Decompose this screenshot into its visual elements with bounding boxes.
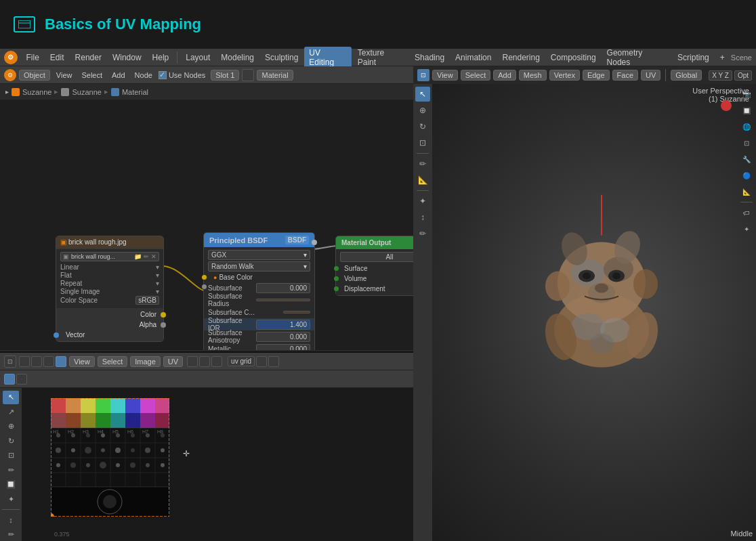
image-node-header: ▣ brick wall rough.jpg bbox=[56, 236, 163, 248]
menu-file[interactable]: File bbox=[22, 51, 44, 64]
uv-image-btn[interactable]: Image bbox=[130, 356, 161, 367]
workspace-compositing[interactable]: Compositing bbox=[546, 51, 601, 64]
menu-render[interactable]: Render bbox=[70, 51, 106, 64]
uv-icon-separator bbox=[2, 509, 20, 510]
uv-grid-btn[interactable] bbox=[256, 356, 267, 367]
svg-point-41 bbox=[86, 463, 90, 467]
uv-move-tool[interactable]: ⊕ bbox=[3, 420, 19, 433]
uv-box-tool[interactable]: 🔲 bbox=[3, 478, 19, 492]
vp-move-tool[interactable]: ⊕ bbox=[415, 103, 430, 118]
node-object-btn[interactable]: Object bbox=[19, 70, 50, 81]
surface-label: Surface bbox=[344, 265, 367, 272]
vp-material-icon[interactable]: 🔵 bbox=[739, 168, 754, 183]
vp-annotate-tool[interactable]: ✏ bbox=[415, 156, 430, 171]
uv-zoom-in-tool[interactable]: ↕ bbox=[3, 513, 19, 527]
uv-select-btn[interactable]: Select bbox=[98, 356, 128, 367]
vp-modifier-icon[interactable]: 🔧 bbox=[739, 152, 754, 167]
viewport-face-btn[interactable]: Face bbox=[612, 70, 638, 81]
svg-rect-13 bbox=[155, 398, 169, 413]
vp-data-icon[interactable]: 📐 bbox=[739, 184, 754, 199]
vector-socket bbox=[54, 332, 59, 338]
workspace-shading[interactable]: Shading bbox=[410, 51, 449, 64]
vp-object-props-icon[interactable]: ⊡ bbox=[739, 135, 754, 150]
vp-world-icon[interactable]: 🌐 bbox=[739, 119, 754, 134]
ggx-dropdown[interactable]: GGX ▾ bbox=[208, 250, 310, 260]
vp-camera-icon[interactable]: 📷 bbox=[739, 87, 754, 102]
viewport-view-btn[interactable]: View bbox=[432, 70, 458, 81]
vp-scene-icon[interactable]: 🏷 bbox=[739, 205, 754, 220]
color-socket bbox=[161, 312, 166, 318]
blender-logo[interactable]: ⚙ bbox=[4, 51, 18, 64]
svg-rect-10 bbox=[110, 398, 125, 413]
viewport-select-btn[interactable]: Select bbox=[461, 70, 491, 81]
uv-extra-tool[interactable]: ✦ bbox=[3, 493, 19, 506]
uv-extra-btn-1[interactable] bbox=[187, 356, 198, 367]
viewport-edge-btn[interactable]: Edge bbox=[583, 70, 610, 81]
vp-render-icon[interactable]: 🔲 bbox=[739, 103, 754, 118]
node-node-btn[interactable]: Node bbox=[131, 70, 156, 80]
vp-cursor-tool[interactable]: ↖ bbox=[415, 87, 430, 102]
uv-sec-btn-active[interactable] bbox=[4, 374, 15, 385]
workspace-sculpting[interactable]: Sculpting bbox=[260, 51, 303, 64]
uv-mode-icon[interactable]: ⊡ bbox=[4, 355, 16, 368]
viewport-mode-icon[interactable]: ⊡ bbox=[417, 69, 429, 81]
uv-uv-btn[interactable]: UV bbox=[163, 356, 183, 367]
uv-extra-btn-2[interactable] bbox=[199, 356, 210, 367]
workspace-scripting[interactable]: Scripting bbox=[673, 51, 714, 64]
image-edit-btn[interactable]: ✏ bbox=[144, 253, 149, 260]
uv-cursor-tool[interactable]: ↖ bbox=[3, 391, 19, 404]
workspace-uv-editing[interactable]: UV Editing bbox=[304, 47, 351, 68]
viewport-mesh-btn[interactable]: Mesh bbox=[519, 70, 547, 81]
workspace-animation[interactable]: Animation bbox=[450, 51, 496, 64]
uv-annotation-tool[interactable]: ✏ bbox=[3, 528, 19, 542]
uv-select-tool[interactable]: ↗ bbox=[3, 406, 19, 419]
viewport-uv-btn[interactable]: UV bbox=[641, 70, 660, 81]
uv-scale-tool[interactable]: ⊡ bbox=[3, 449, 19, 462]
slot-btn[interactable]: Slot 1 bbox=[211, 70, 239, 81]
vp-world2-icon[interactable]: ✦ bbox=[739, 221, 754, 236]
menu-edit[interactable]: Edit bbox=[45, 51, 69, 64]
menu-help[interactable]: Help bbox=[148, 51, 174, 64]
uv-mode-btn-3[interactable] bbox=[43, 356, 54, 367]
vp-rotate-tool[interactable]: ↻ bbox=[415, 119, 430, 134]
vp-scale-tool[interactable]: ⊡ bbox=[415, 135, 430, 150]
uv-mode-btn-2[interactable] bbox=[31, 356, 42, 367]
node-view-btn[interactable]: View bbox=[53, 70, 76, 80]
menu-window[interactable]: Window bbox=[108, 51, 146, 64]
svg-text:H1: H1 bbox=[53, 429, 59, 434]
vp-measure-tool[interactable]: 📐 bbox=[415, 173, 430, 188]
uv-mode-btn-1[interactable] bbox=[19, 356, 30, 367]
workspace-geometry[interactable]: Geometry Nodes bbox=[602, 47, 672, 68]
vp-custom-tool[interactable]: ↕ bbox=[415, 210, 430, 225]
image-browse-btn[interactable]: 📁 bbox=[134, 253, 142, 260]
uv-mode-btn-4[interactable] bbox=[56, 356, 66, 367]
node-select-btn[interactable]: Select bbox=[78, 70, 106, 80]
viewport-add-btn[interactable]: Add bbox=[493, 70, 516, 81]
workspace-texture-paint[interactable]: Texture Paint bbox=[353, 47, 408, 68]
all-dropdown[interactable]: All bbox=[340, 252, 413, 262]
workspace-add[interactable]: + bbox=[715, 51, 730, 64]
uv-extra-btn-3[interactable] bbox=[211, 356, 222, 367]
viewport-vertex-btn[interactable]: Vertex bbox=[549, 70, 580, 81]
uv-sec-btn-1[interactable] bbox=[16, 374, 27, 385]
material-btn[interactable]: Material bbox=[257, 70, 293, 81]
material-icon-btn[interactable] bbox=[242, 69, 254, 81]
workspace-layout[interactable]: Layout bbox=[181, 51, 215, 64]
uv-draw-tool[interactable]: ✏ bbox=[3, 464, 19, 477]
vp-extra-tool[interactable]: ✦ bbox=[415, 194, 430, 209]
uv-grid-btn2[interactable] bbox=[268, 356, 279, 367]
uv-view-btn[interactable]: View bbox=[69, 356, 95, 367]
viewport-panel: ⊡ View Select Add Mesh Vertex Edge Face … bbox=[413, 66, 756, 541]
uv-rotate-tool[interactable]: ↻ bbox=[3, 435, 19, 448]
workspace-modeling[interactable]: Modeling bbox=[216, 51, 259, 64]
use-nodes-check[interactable]: ✓ Use Nodes bbox=[159, 71, 205, 79]
options-btn[interactable]: Opt bbox=[734, 70, 752, 81]
uv-grid-image: H1 H2 H3 H4 H5 H6 H7 H8 bbox=[51, 398, 169, 517]
viewport-global-btn[interactable]: Global bbox=[671, 70, 702, 81]
node-add-btn[interactable]: Add bbox=[108, 70, 129, 80]
use-nodes-checkbox[interactable]: ✓ bbox=[159, 71, 167, 79]
workspace-rendering[interactable]: Rendering bbox=[497, 51, 544, 64]
random-walk-dropdown[interactable]: Random Walk ▾ bbox=[208, 261, 310, 272]
vp-brush-tool[interactable]: ✏ bbox=[415, 226, 430, 241]
image-close-btn[interactable]: ✕ bbox=[151, 253, 156, 260]
